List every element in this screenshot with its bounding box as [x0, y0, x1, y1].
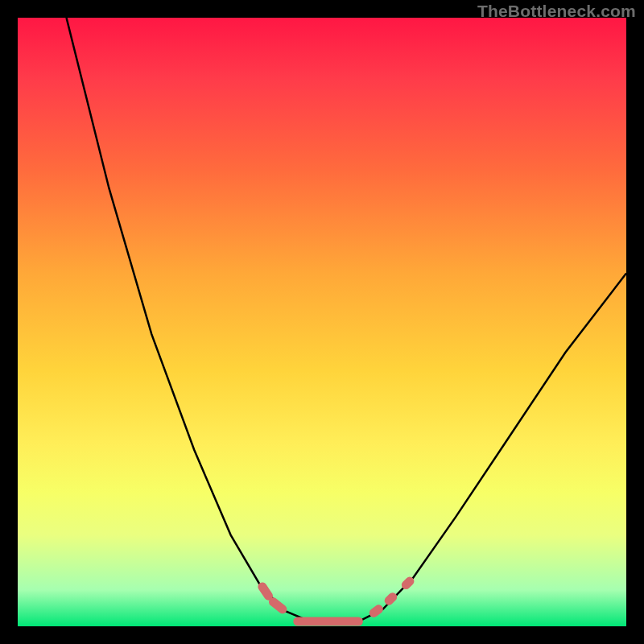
- salmon-marker: [406, 581, 410, 585]
- salmon-marker: [389, 597, 393, 601]
- salmon-marker: [374, 609, 378, 613]
- salmon-marker: [274, 602, 283, 609]
- chart-frame: TheBottleneck.com: [0, 0, 644, 644]
- salmon-marker: [262, 587, 269, 596]
- black-curve: [67, 18, 627, 623]
- chart-svg: [18, 18, 626, 626]
- watermark-label: TheBottleneck.com: [477, 2, 636, 21]
- salmon-markers-group: [262, 581, 410, 621]
